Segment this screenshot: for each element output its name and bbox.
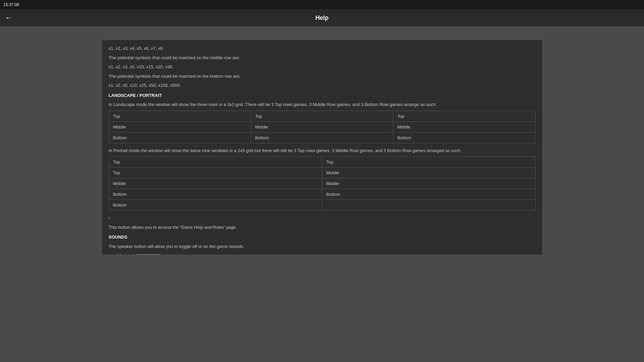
info-icon-label: i [109,215,536,221]
page-title: Help [315,14,329,22]
middle-row-symbols: x1, x2, x3, x5, x10, x15, x20, x30. [109,64,536,70]
portrait-table: TopTopTopMiddleMiddleMiddleBottomBottomB… [109,156,536,211]
portrait-desc: In Portrait mode the window will show th… [109,147,536,154]
table-cell: Top [109,168,322,178]
last-updated: Last Updated (23/10/2019) [109,252,536,255]
nav-bar: ← Help [0,9,644,26]
status-time: 15:37:08 [3,2,19,7]
bottom-row-symbols: x1, x2, x5, x10, x25, x50, x100, x500. [109,82,536,89]
table-cell [322,200,536,211]
bottom-row-label: The potential symbols that could be matc… [109,73,536,80]
table-cell: Bottom [109,200,322,211]
table-cell: Middle [251,121,393,132]
landscape-table: TopTopTopMiddleMiddleMiddleBottomBottomB… [109,111,536,143]
table-cell: Middle [109,178,322,189]
middle-row-label: The potential symbols that could be matc… [109,55,536,61]
sounds-heading: SOUNDS [109,234,536,241]
back-arrow-icon: ← [5,13,12,22]
back-button[interactable]: ← [5,13,12,22]
table-cell: Middle [393,121,535,132]
table-cell: Top [251,111,393,121]
top-row-symbols: x1, x2, x3, x4, x5, x6, x7, x8. [109,45,536,52]
table-cell: Bottom [393,132,535,143]
landscape-desc: In Landscape mode the window will show t… [109,101,536,108]
help-scrollable-box[interactable]: x1, x2, x3, x4, x5, x6, x7, x8. The pote… [102,40,543,255]
table-cell: Middle [109,121,251,132]
table-cell: Bottom [109,189,322,200]
table-cell: Top [109,111,251,121]
table-cell: Bottom [251,132,393,143]
status-bar: 15:37:08 [0,0,644,9]
table-cell: Bottom [322,189,536,200]
table-cell: Middle [322,178,536,189]
main-content: x1, x2, x3, x4, x5, x6, x7, x8. The pote… [0,26,644,268]
table-cell: Middle [322,168,536,178]
sounds-desc: The speaker button will allow you to tog… [109,243,536,250]
table-cell: Top [322,157,536,168]
table-cell: Top [393,111,535,121]
landscape-portrait-heading: LANDSCAPE / PORTRAIT [109,92,536,99]
table-cell: Top [109,157,322,168]
info-desc: This button allows you to access the 'Ga… [109,224,536,231]
table-cell: Bottom [109,132,251,143]
